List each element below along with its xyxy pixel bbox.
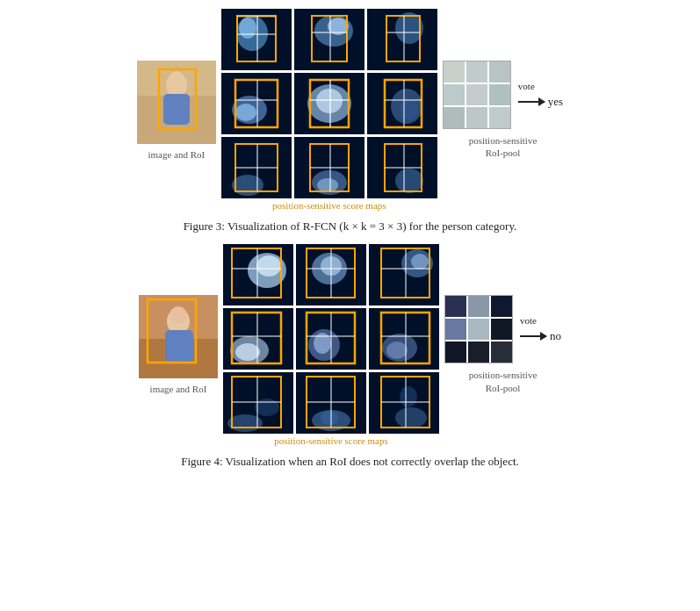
figure3-rp-1-2: [489, 84, 510, 105]
figure4-sm-2-1: [296, 372, 366, 434]
figure3-rp-1-0: [444, 84, 465, 105]
svg-point-114: [400, 386, 417, 407]
svg-point-113: [395, 407, 427, 428]
figure3-sm-0-2: [367, 9, 437, 70]
svg-rect-81: [405, 248, 407, 298]
svg-rect-23: [403, 16, 405, 61]
figure4-caption-text: Figure 4: Visualization when an RoI does…: [181, 455, 519, 468]
svg-rect-87: [256, 313, 258, 363]
figure3-sm-1-2: [367, 73, 437, 134]
svg-point-26: [235, 104, 256, 121]
svg-point-49: [317, 178, 338, 192]
figure3-rp-2-1: [466, 107, 487, 128]
svg-rect-3: [163, 94, 190, 125]
figure3-right-section: vote yes position-sensitiveRoI-pool: [443, 61, 563, 160]
figure3-arrow: [518, 101, 545, 103]
figure4-roi-pool-wrapper: [444, 295, 513, 363]
figure3-diagram: image and RoI: [137, 9, 563, 211]
figure4-sm-1-0: [223, 308, 293, 370]
figure3-roi-pool-grid: [443, 61, 511, 129]
figure3-image-svg: [137, 61, 216, 144]
svg-rect-105: [256, 377, 258, 428]
figure4-diagram: image and RoI: [139, 244, 561, 446]
figure3-answer: yes: [548, 95, 563, 109]
svg-rect-117: [405, 377, 407, 428]
svg-point-66: [256, 255, 281, 277]
figure3-rp-0-2: [489, 61, 510, 83]
figure3-sm-0-1: [294, 9, 364, 70]
svg-rect-52: [329, 144, 331, 191]
figure3-rp-1-1: [466, 84, 487, 105]
figure4-right-section: vote no position-sensitiveRoI-pool: [444, 295, 561, 394]
figure4-sm-1-1: [296, 308, 366, 370]
figure3-psroi-label: position-sensitiveRoI-pool: [469, 134, 538, 160]
figure4-rp-0-1: [468, 296, 489, 317]
figure3-image-roi: [137, 61, 216, 144]
figure4-image-svg: [139, 295, 218, 378]
figure3-left-col: image and RoI: [137, 61, 216, 160]
figure3-vote-row: vote yes: [443, 61, 563, 129]
figure4-rp-1-2: [491, 319, 512, 340]
figure4-rp-2-2: [491, 341, 512, 363]
figure4-image-label: image and RoI: [150, 384, 207, 394]
svg-rect-61: [165, 330, 193, 362]
figure4-psroi-label: position-sensitiveRoI-pool: [469, 369, 538, 394]
figure4-rp-2-1: [468, 341, 489, 363]
figure3-rp-2-0: [444, 107, 465, 128]
svg-point-54: [395, 169, 423, 193]
figure4-block: image and RoI: [18, 244, 682, 471]
figure4-arrow: [520, 335, 546, 337]
figure3-sm-0-0: [221, 9, 292, 70]
svg-rect-29: [256, 80, 258, 127]
svg-rect-99: [405, 313, 407, 363]
svg-rect-41: [403, 80, 405, 127]
figure3-roi-pool-wrapper: [443, 61, 511, 129]
figure4-caption: Figure 4: Visualization when an RoI does…: [181, 453, 519, 471]
figure4-sm-2-0: [223, 372, 293, 434]
figure4-answer: no: [550, 329, 561, 343]
figure4-rp-1-0: [445, 319, 466, 340]
figure4-rp-1-1: [468, 319, 489, 340]
svg-rect-12: [256, 16, 258, 61]
figure3-score-maps-section: position-sensitive score maps: [221, 9, 437, 211]
figure4-sm-2-2: [369, 372, 439, 434]
figure4-score-maps-label: position-sensitive score maps: [274, 435, 388, 446]
figure3-block: image and RoI: [18, 9, 682, 235]
svg-point-4: [169, 71, 184, 89]
figure4-vote-text: vote: [520, 315, 537, 326]
figure3-image-label: image and RoI: [148, 149, 205, 160]
figure3-caption: Figure 3: Visualization of R-FCN (k × k …: [184, 218, 517, 235]
figure4-rp-0-2: [491, 296, 512, 317]
figure3-caption-text: Figure 3: Visualization of R-FCN (k × k …: [184, 219, 517, 233]
svg-rect-18: [329, 16, 331, 61]
figure4-score-maps-section: position-sensitive score maps: [223, 244, 439, 446]
svg-point-62: [170, 306, 187, 324]
figure3-sm-1-0: [221, 73, 292, 134]
figure3-sm-2-0: [221, 137, 292, 198]
figure4-vote-arrow-row: no: [520, 329, 561, 343]
figure3-rp-0-0: [444, 61, 465, 83]
figure4-sm-1-2: [369, 308, 439, 370]
figure3-vote-answer-col: vote yes: [518, 81, 563, 109]
figure3-score-maps-label: position-sensitive score maps: [272, 200, 386, 211]
figure4-sm-0-0: [223, 244, 293, 306]
svg-point-108: [321, 411, 338, 425]
figure4-vote-row: vote no: [444, 295, 561, 363]
svg-rect-46: [256, 144, 258, 191]
figure3-vote-text: vote: [518, 81, 535, 91]
figure3-sm-2-2: [367, 137, 437, 198]
figure3-rp-2-2: [489, 107, 510, 128]
figure3-vote-arrow-row: yes: [518, 95, 563, 109]
figure4-rp-0-0: [445, 296, 466, 317]
svg-point-8: [239, 18, 256, 39]
figure3-sm-1-1: [294, 73, 364, 134]
figure4-sm-0-2: [369, 244, 439, 306]
figure4-score-maps-grid: [223, 244, 439, 434]
svg-point-96: [386, 341, 408, 359]
svg-rect-93: [330, 313, 332, 363]
figure3-rp-0-1: [466, 61, 487, 83]
svg-rect-111: [330, 377, 332, 428]
svg-rect-35: [329, 80, 331, 127]
figure4-rp-2-0: [445, 341, 466, 363]
svg-point-84: [235, 343, 260, 361]
